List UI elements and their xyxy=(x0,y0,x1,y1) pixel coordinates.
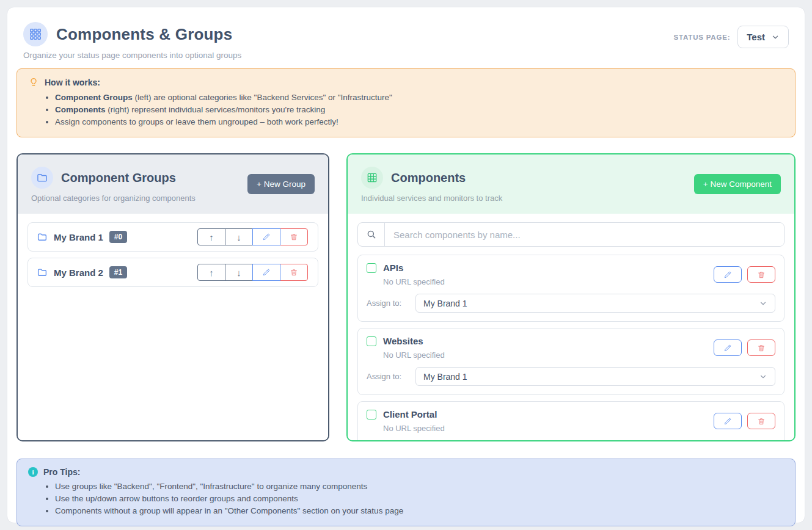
folder-icon xyxy=(37,231,48,242)
new-component-button[interactable]: + New Component xyxy=(694,174,781,194)
component-url-note: No URL specified xyxy=(383,277,445,286)
components-panel: Components Individual services and monit… xyxy=(346,153,796,441)
groups-panel-subtitle: Optional categories for organizing compo… xyxy=(31,194,315,203)
group-row: My Brand 2 #1 ↑ ↓ xyxy=(27,258,318,287)
move-down-button[interactable]: ↓ xyxy=(225,264,253,281)
component-url-note: No URL specified xyxy=(383,350,445,360)
how-it-works-box: How it works: Component Groups (left) ar… xyxy=(16,68,796,137)
page-title: Components & Groups xyxy=(56,25,232,44)
components-panel-title: Components xyxy=(391,171,466,185)
search-icon xyxy=(358,223,385,246)
delete-group-button[interactable] xyxy=(280,264,308,281)
status-page-select[interactable]: Test xyxy=(737,26,789,48)
pro-tips-list: Use groups like "Backend", "Frontend", "… xyxy=(55,482,784,515)
component-search xyxy=(357,222,785,247)
folder-icon xyxy=(37,267,48,278)
table-grid-icon xyxy=(361,167,383,189)
edit-component-button[interactable] xyxy=(714,339,742,356)
component-url-note: No URL specified xyxy=(383,424,445,433)
pro-tips-item: Components without a group will appear i… xyxy=(55,506,784,515)
chevron-down-icon xyxy=(759,299,767,308)
move-down-button[interactable]: ↓ xyxy=(225,228,253,245)
trash-icon xyxy=(757,270,766,279)
pencil-icon xyxy=(262,268,271,277)
how-it-works-item: Assign components to groups or leave the… xyxy=(55,117,784,126)
edit-component-button[interactable] xyxy=(714,413,742,429)
component-name: APIs xyxy=(383,263,403,273)
move-up-button[interactable]: ↑ xyxy=(197,264,225,281)
move-up-button[interactable]: ↑ xyxy=(197,228,225,245)
folder-icon xyxy=(31,167,53,189)
trash-icon xyxy=(757,417,766,426)
assign-group-select[interactable]: My Brand 1 xyxy=(415,294,775,313)
new-group-button[interactable]: + New Group xyxy=(247,174,315,194)
components-grid-icon xyxy=(23,22,48,46)
status-page-label: STATUS PAGE: xyxy=(674,34,731,41)
how-it-works-item: Component Groups (left) are optional cat… xyxy=(55,93,784,102)
components-panel-subtitle: Individual services and monitors to trac… xyxy=(361,194,781,203)
pencil-icon xyxy=(723,270,732,279)
trash-icon xyxy=(290,233,298,241)
trash-icon xyxy=(757,344,766,352)
pencil-icon xyxy=(723,417,732,426)
pro-tips-item: Use groups like "Backend", "Frontend", "… xyxy=(55,482,784,491)
groups-panel-title: Component Groups xyxy=(61,171,176,185)
group-order-badge: #1 xyxy=(109,266,127,278)
component-card: APIs No URL specified xyxy=(357,255,785,322)
assign-to-label: Assign to: xyxy=(367,372,415,381)
component-card: Client Portal No URL specified xyxy=(357,401,785,440)
group-name: My Brand 1 xyxy=(54,232,103,242)
delete-component-button[interactable] xyxy=(747,413,775,429)
pencil-icon xyxy=(262,233,271,241)
assign-to-label: Assign to: xyxy=(367,299,415,308)
delete-group-button[interactable] xyxy=(280,228,308,245)
delete-component-button[interactable] xyxy=(747,266,775,283)
status-page-value: Test xyxy=(747,32,765,42)
groups-panel-header: Component Groups Optional categories for… xyxy=(18,154,328,214)
how-it-works-title: How it works: xyxy=(45,78,100,87)
lightbulb-icon xyxy=(28,77,39,88)
pro-tips-item: Use the up/down arrow buttons to reorder… xyxy=(55,494,784,503)
search-input[interactable] xyxy=(385,223,784,246)
pro-tips-title: Pro Tips: xyxy=(43,467,80,477)
components-panel-header: Components Individual services and monit… xyxy=(348,154,794,214)
group-order-badge: #0 xyxy=(109,231,127,243)
pencil-icon xyxy=(723,344,732,352)
components-list: APIs No URL specified xyxy=(348,214,794,440)
assign-group-select[interactable]: My Brand 1 xyxy=(415,367,775,386)
chevron-down-icon xyxy=(771,33,780,42)
page-subtitle: Organize your status page components int… xyxy=(23,51,241,60)
component-card: Websites No URL specified xyxy=(357,328,785,395)
how-it-works-item: Components (right) represent individual … xyxy=(55,105,784,114)
component-groups-panel: Component Groups Optional categories for… xyxy=(16,153,329,441)
groups-list: My Brand 1 #0 ↑ ↓ xyxy=(18,214,328,440)
edit-component-button[interactable] xyxy=(714,266,742,283)
delete-component-button[interactable] xyxy=(747,339,775,356)
main-card: Components & Groups Organize your status… xyxy=(7,7,805,523)
component-checkbox[interactable] xyxy=(367,410,376,419)
component-name: Websites xyxy=(383,336,423,346)
component-name: Client Portal xyxy=(383,409,437,419)
how-it-works-list: Component Groups (left) are optional cat… xyxy=(55,93,784,126)
group-row: My Brand 1 #0 ↑ ↓ xyxy=(27,222,318,252)
edit-group-button[interactable] xyxy=(252,264,280,281)
assigned-group-value: My Brand 1 xyxy=(423,299,467,308)
group-name: My Brand 2 xyxy=(54,267,103,278)
info-icon: i xyxy=(28,467,38,477)
chevron-down-icon xyxy=(759,372,767,381)
edit-group-button[interactable] xyxy=(252,228,280,245)
page-header: Components & Groups Organize your status… xyxy=(16,22,796,60)
component-checkbox[interactable] xyxy=(367,263,376,273)
trash-icon xyxy=(290,268,298,277)
assigned-group-value: My Brand 1 xyxy=(423,372,467,382)
component-checkbox[interactable] xyxy=(367,336,376,346)
pro-tips-box: i Pro Tips: Use groups like "Backend", "… xyxy=(16,459,796,526)
